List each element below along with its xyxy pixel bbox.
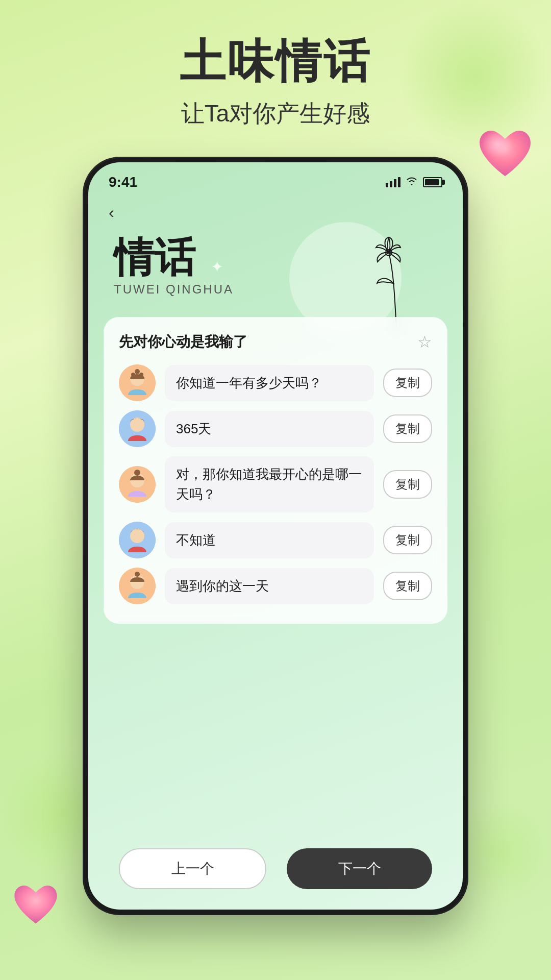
svg-point-12 [130,529,144,543]
heart-bottom-left [10,883,61,929]
avatar-girl-2 [119,466,156,503]
card-title-row: 先对你心动是我输了 ☆ [119,332,432,352]
prev-button[interactable]: 上一个 [119,848,266,889]
chat-bubble-5: 遇到你的这一天 [165,568,374,604]
app-header: ✦ 情话 TUWEI QINGHUA [88,227,463,312]
avatar-girl-3 [119,568,156,604]
avatar-boy-1 [119,410,156,447]
avatar-girl-1 [119,364,156,401]
back-button[interactable]: ‹ [88,193,463,227]
status-bar: 9:41 [88,162,463,193]
chat-row-3: 对，那你知道我最开心的是哪一天吗？ 复制 [119,456,432,512]
chat-bubble-4: 不知道 [165,522,374,558]
svg-point-5 [139,373,143,377]
copy-button-2[interactable]: 复制 [383,414,432,443]
battery-icon [423,177,442,187]
bottom-nav: 上一个 下一个 [88,848,463,889]
phone-screen: 9:41 ‹ [88,162,463,910]
svg-point-10 [134,470,140,476]
main-card: 先对你心动是我输了 ☆ [104,317,447,624]
star-icon[interactable]: ☆ [417,332,432,352]
chat-bubble-1: 你知道一年有多少天吗？ [165,365,374,401]
avatar-boy-2 [119,522,156,558]
svg-point-15 [135,572,140,577]
page-title-sub: 让Ta对你产生好感 [0,98,551,130]
status-icons [386,176,442,189]
phone-mockup: 9:41 ‹ [84,158,467,914]
chat-row-4: 不知道 复制 [119,522,432,558]
svg-point-3 [135,369,140,374]
heart-top-right [474,128,536,184]
svg-point-4 [131,373,135,377]
chat-row-2: 365天 复制 [119,410,432,447]
chat-row-5: 遇到你的这一天 复制 [119,568,432,604]
chat-bubble-2: 365天 [165,411,374,447]
copy-button-1[interactable]: 复制 [383,369,432,397]
sparkle-icon: ✦ [211,258,223,276]
chat-row-1: 你知道一年有多少天吗？ 复制 [119,364,432,401]
status-time: 9:41 [109,174,137,190]
card-title: 先对你心动是我输了 [119,332,247,352]
copy-button-3[interactable]: 复制 [383,470,432,499]
next-button[interactable]: 下一个 [287,848,432,889]
chat-bubble-3: 对，那你知道我最开心的是哪一天吗？ [165,456,374,512]
copy-button-4[interactable]: 复制 [383,526,432,554]
signal-bars-icon [386,177,400,187]
copy-button-5[interactable]: 复制 [383,572,432,600]
page-header: 土味情话 让Ta对你产生好感 [0,31,551,130]
wifi-icon [406,176,418,189]
page-title-main: 土味情话 [0,31,551,93]
